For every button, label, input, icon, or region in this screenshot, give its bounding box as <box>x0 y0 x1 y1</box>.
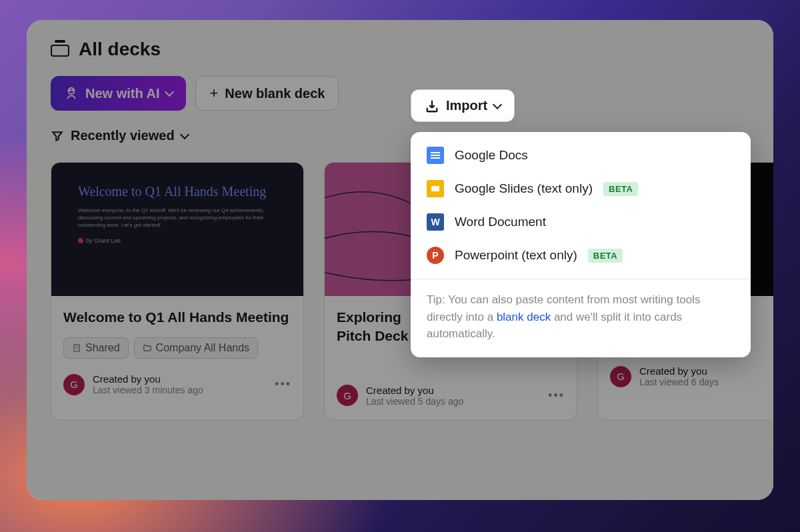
chevron-down-icon <box>493 99 502 109</box>
import-option-word[interactable]: W Word Document <box>411 205 751 239</box>
import-options-list: Google Docs Google Slides (text only) BE… <box>411 132 751 279</box>
word-icon: W <box>427 213 444 231</box>
import-option-label: Google Docs <box>455 148 528 163</box>
import-popover: Google Docs Google Slides (text only) BE… <box>411 132 751 357</box>
blank-deck-link[interactable]: blank deck <box>497 311 551 323</box>
import-option-label: Powerpoint (text only) <box>455 248 577 263</box>
import-option-powerpoint[interactable]: P Powerpoint (text only) BETA <box>411 239 751 272</box>
import-dropdown-group: Import Google Docs Google Slides (text o… <box>411 89 515 122</box>
google-docs-icon <box>427 147 444 164</box>
import-option-google-docs[interactable]: Google Docs <box>411 139 751 172</box>
beta-badge: BETA <box>588 249 623 263</box>
import-option-label: Word Document <box>455 215 546 229</box>
import-tip-text: Tip: You can also paste content from mos… <box>411 279 751 357</box>
import-option-label: Google Slides (text only) <box>455 181 593 196</box>
import-option-google-slides[interactable]: Google Slides (text only) BETA <box>411 172 751 205</box>
beta-badge: BETA <box>603 182 638 196</box>
import-label: Import <box>446 98 487 113</box>
google-slides-icon <box>427 180 444 197</box>
import-button[interactable]: Import <box>411 89 515 122</box>
download-icon <box>425 99 439 113</box>
powerpoint-icon: P <box>427 247 444 264</box>
